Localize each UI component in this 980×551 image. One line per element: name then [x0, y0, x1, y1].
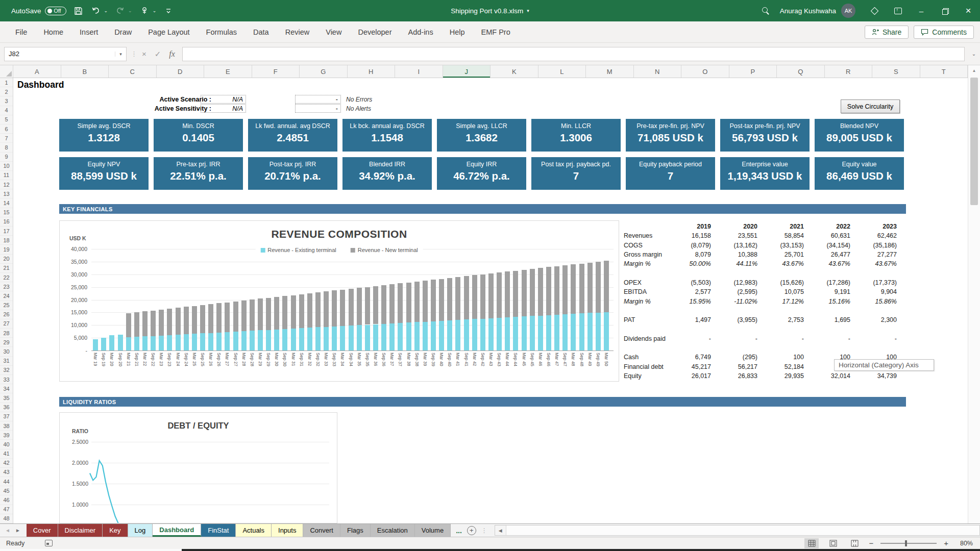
touch-mode-dropdown-icon[interactable]: ⌄ — [153, 8, 157, 13]
record-macro-icon[interactable] — [45, 540, 53, 546]
zoom-out-icon[interactable]: − — [869, 539, 873, 547]
row-header-37[interactable]: 37 — [0, 412, 13, 421]
sheet-tab-flags[interactable]: Flags — [340, 524, 371, 537]
scroll-up-icon[interactable]: ▲ — [968, 65, 980, 76]
zoom-slider[interactable] — [880, 543, 937, 544]
tab-scroll-left-icon[interactable]: ◄ — [5, 528, 10, 533]
ribbon-tab-add-ins[interactable]: Add-ins — [400, 21, 442, 43]
row-header-45[interactable]: 45 — [0, 486, 13, 495]
column-header-c[interactable]: C — [109, 65, 157, 78]
title-dropdown-icon[interactable]: ▾ — [527, 8, 529, 13]
sheet-tab-convert[interactable]: Convert — [303, 524, 340, 537]
row-header-44[interactable]: 44 — [0, 477, 13, 486]
column-header-p[interactable]: P — [729, 65, 777, 78]
cancel-entry-icon[interactable]: × — [142, 49, 146, 58]
sheet-tab-key[interactable]: Key — [103, 524, 128, 537]
row-header-42[interactable]: 42 — [0, 459, 13, 468]
horizontal-scrollbar[interactable]: ◀ — [495, 525, 980, 536]
undo-icon[interactable] — [91, 6, 101, 16]
row-header-14[interactable]: 14 — [0, 198, 13, 208]
row-header-32[interactable]: 32 — [0, 366, 13, 375]
avatar[interactable]: AK — [841, 4, 855, 18]
ribbon-tab-draw[interactable]: Draw — [106, 21, 140, 43]
comments-button[interactable]: Comments — [914, 26, 974, 39]
restore-button[interactable] — [933, 0, 957, 21]
ribbon-tab-view[interactable]: View — [317, 21, 350, 43]
row-header-1[interactable]: 1 — [0, 78, 13, 87]
autosave-toggle[interactable]: AutoSave Off — [11, 7, 66, 15]
row-header-6[interactable]: 6 — [0, 124, 13, 134]
more-sheets-button[interactable]: ... — [456, 527, 462, 535]
errors-count[interactable]: - — [295, 95, 341, 104]
row-header-26[interactable]: 26 — [0, 310, 13, 319]
column-header-e[interactable]: E — [204, 65, 252, 78]
vertical-scrollbar[interactable]: ▲ — [968, 65, 980, 523]
worksheet[interactable]: Dashboard Active Scenario : N/A Active S… — [13, 78, 968, 523]
row-header-40[interactable]: 40 — [0, 440, 13, 449]
sheet-tab-volume[interactable]: Volume — [415, 524, 451, 537]
row-header-7[interactable]: 7 — [0, 134, 13, 143]
minimize-button[interactable]: – — [910, 0, 933, 21]
row-header-9[interactable]: 9 — [0, 153, 13, 162]
redo-icon[interactable] — [115, 6, 125, 16]
active-sensitivity-value[interactable]: N/A — [201, 104, 246, 113]
row-header-4[interactable]: 4 — [0, 106, 13, 115]
ribbon-tab-developer[interactable]: Developer — [350, 21, 400, 43]
alerts-count[interactable]: - — [295, 104, 341, 113]
row-header-39[interactable]: 39 — [0, 431, 13, 440]
row-header-23[interactable]: 23 — [0, 282, 13, 291]
row-header-12[interactable]: 12 — [0, 180, 13, 189]
formula-input[interactable] — [182, 47, 965, 61]
row-header-8[interactable]: 8 — [0, 143, 13, 152]
column-header-i[interactable]: I — [395, 65, 443, 78]
touch-mouse-mode-icon[interactable] — [139, 6, 150, 16]
name-box[interactable]: J82 ▾ — [4, 47, 127, 61]
sheet-tab-inputs[interactable]: Inputs — [272, 524, 303, 537]
zoom-slider-thumb[interactable] — [905, 540, 907, 546]
solve-circularity-button[interactable]: Solve Circularity — [841, 99, 900, 113]
row-header-21[interactable]: 21 — [0, 264, 13, 273]
undo-dropdown-icon[interactable]: ⌄ — [104, 8, 108, 13]
scroll-left-icon[interactable]: ◀ — [495, 525, 506, 535]
user-name[interactable]: Anurag Kushwaha — [780, 7, 836, 15]
zoom-level[interactable]: 80% — [955, 540, 973, 547]
column-header-b[interactable]: B — [61, 65, 109, 78]
column-header-h[interactable]: H — [348, 65, 396, 78]
revenue-composition-chart[interactable]: REVENUE COMPOSITION USD K Revenue - Exis… — [59, 220, 619, 382]
ribbon-display-options-icon[interactable] — [886, 0, 910, 21]
sheet-tab-actuals[interactable]: Actuals — [236, 524, 272, 537]
row-header-11[interactable]: 11 — [0, 171, 13, 180]
column-header-f[interactable]: F — [252, 65, 300, 78]
vertical-scrollbar-thumb[interactable] — [970, 78, 978, 205]
row-header-38[interactable]: 38 — [0, 421, 13, 431]
column-header-o[interactable]: O — [681, 65, 729, 78]
row-header-43[interactable]: 43 — [0, 468, 13, 477]
column-header-k[interactable]: K — [491, 65, 538, 78]
row-header-16[interactable]: 16 — [0, 217, 13, 227]
select-all-corner[interactable] — [0, 65, 13, 78]
new-sheet-button[interactable]: + — [467, 526, 476, 535]
row-header-13[interactable]: 13 — [0, 189, 13, 198]
sheet-tab-dashboard[interactable]: Dashboard — [153, 524, 201, 537]
sheet-tab-escalation[interactable]: Escalation — [371, 524, 415, 537]
tab-scroll-right-icon[interactable]: ► — [15, 528, 20, 533]
page-layout-view-icon[interactable] — [826, 538, 840, 548]
column-header-r[interactable]: R — [825, 65, 873, 78]
formula-bar-handle[interactable]: ⋮ — [131, 50, 138, 58]
row-header-22[interactable]: 22 — [0, 273, 13, 282]
column-header-q[interactable]: Q — [777, 65, 825, 78]
page-break-preview-icon[interactable] — [847, 538, 862, 548]
column-header-l[interactable]: L — [538, 65, 586, 78]
row-header-34[interactable]: 34 — [0, 384, 13, 393]
row-header-28[interactable]: 28 — [0, 329, 13, 338]
ribbon-tab-file[interactable]: File — [7, 21, 35, 43]
row-header-33[interactable]: 33 — [0, 375, 13, 384]
save-icon[interactable] — [74, 6, 84, 16]
row-header-31[interactable]: 31 — [0, 357, 13, 366]
premium-diamond-icon[interactable] — [863, 0, 886, 21]
share-button[interactable]: Share — [865, 26, 909, 39]
row-header-46[interactable]: 46 — [0, 495, 13, 505]
expand-formula-bar-icon[interactable]: ⌄ — [968, 51, 980, 57]
ribbon-tab-home[interactable]: Home — [35, 21, 71, 43]
ribbon-tab-insert[interactable]: Insert — [71, 21, 106, 43]
